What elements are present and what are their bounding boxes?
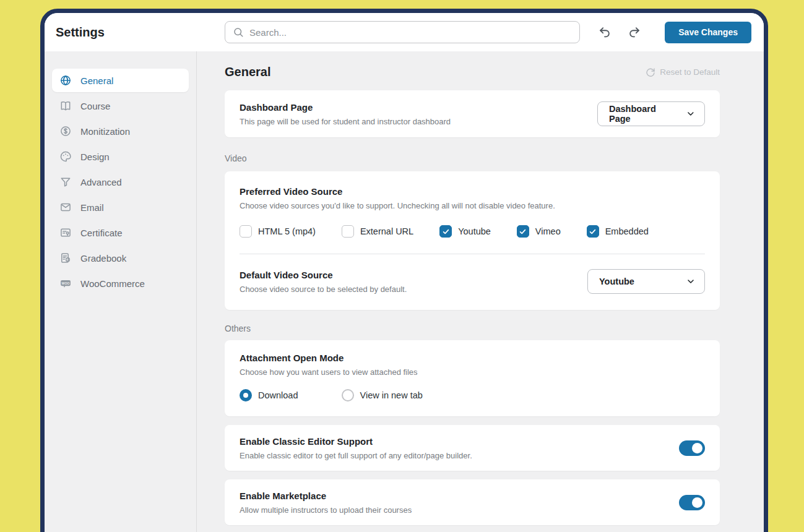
sidebar-item-label: Design <box>80 152 110 162</box>
field-title: Enable Marketplace <box>240 491 412 501</box>
field-description: Enable classic editor to get full suppor… <box>240 451 472 460</box>
dollar-icon <box>59 125 72 137</box>
redo-button[interactable] <box>628 25 641 39</box>
field-description: Choose how you want users to view attach… <box>240 367 705 377</box>
reset-to-default-label: Reset to Default <box>660 67 720 77</box>
book-icon <box>59 100 72 112</box>
dashboard-page-card: Dashboard Page This page will be used fo… <box>225 90 720 137</box>
select-value: Dashboard Page <box>609 104 678 124</box>
sidebar-item-label: Certificate <box>80 228 123 238</box>
classic-editor-toggle[interactable] <box>679 440 705 456</box>
check-icon <box>589 228 597 236</box>
certificate-icon <box>59 226 72 239</box>
section-label-video: Video <box>225 153 764 163</box>
header: Settings Save Changes <box>45 13 764 51</box>
sidebar-item-course[interactable]: Course <box>52 94 189 118</box>
radio-label: View in new tab <box>360 390 423 400</box>
select-value: Youtube <box>599 277 634 286</box>
chevron-down-icon <box>686 109 696 119</box>
save-changes-button[interactable]: Save Changes <box>665 22 751 43</box>
app-window: Settings Save Changes <box>40 9 768 532</box>
field-title: Enable Classic Editor Support <box>240 436 472 447</box>
card-divider <box>240 254 705 254</box>
field-description: Allow multiple instructors to upload the… <box>240 505 412 515</box>
sidebar-item-label: Course <box>80 101 110 111</box>
sidebar-item-label: Advanced <box>80 177 122 187</box>
undo-icon <box>598 25 612 39</box>
video-source-checkbox-group: HTML 5 (mp4) External URL Youtube <box>240 225 705 238</box>
sidebar-item-label: WooCommerce <box>80 278 145 289</box>
search-icon <box>233 27 244 38</box>
woo-icon: WOO <box>59 277 72 290</box>
default-video-source-select[interactable]: Youtube <box>587 269 705 294</box>
envelope-icon <box>59 201 72 213</box>
search-box[interactable] <box>225 21 580 43</box>
checkbox-box <box>240 225 252 238</box>
sidebar-item-monitization[interactable]: Monitization <box>52 119 189 143</box>
check-icon <box>519 228 527 236</box>
radio-download[interactable]: Download <box>240 389 298 401</box>
checkbox-external-url[interactable]: External URL <box>342 225 413 238</box>
checkbox-label: Embedded <box>605 226 649 236</box>
sidebar-item-label: Monitization <box>80 126 130 137</box>
sidebar-item-label: Gradebook <box>80 253 126 264</box>
checkbox-vimeo[interactable]: Vimeo <box>517 225 561 238</box>
sidebar-item-certificate[interactable]: Certificate <box>52 221 189 244</box>
gradebook-icon <box>59 252 72 264</box>
radio-dot <box>342 389 354 401</box>
checkbox-label: Vimeo <box>535 226 561 236</box>
field-title: Default Video Source <box>240 270 407 280</box>
field-title: Preferred Video Source <box>240 186 705 197</box>
sidebar-item-advanced[interactable]: Advanced <box>52 170 189 194</box>
checkbox-embedded[interactable]: Embedded <box>587 225 649 238</box>
attachment-mode-radio-group: Download View in new tab <box>240 389 705 401</box>
classic-editor-card: Enable Classic Editor Support Enable cla… <box>225 425 720 471</box>
app-title: Settings <box>56 25 225 40</box>
video-settings-card: Preferred Video Source Choose video sour… <box>225 171 720 310</box>
radio-label: Download <box>258 390 298 400</box>
search-input[interactable] <box>249 27 572 38</box>
field-title: Dashboard Page <box>240 102 451 113</box>
enable-marketplace-card: Enable Marketplace Allow multiple instru… <box>225 479 720 525</box>
sidebar-item-design[interactable]: Design <box>52 145 189 168</box>
checkbox-html5[interactable]: HTML 5 (mp4) <box>240 225 316 238</box>
sidebar-item-woocommerce[interactable]: WOO WooCommerce <box>52 272 189 295</box>
reset-to-default-button[interactable]: Reset to Default <box>646 67 720 77</box>
sidebar-item-general[interactable]: General <box>52 69 189 92</box>
sidebar-item-gradebook[interactable]: Gradebook <box>52 246 189 270</box>
field-description: This page will be used for student and i… <box>240 117 451 126</box>
field-description: Choose video sources you'd like to suppo… <box>240 201 705 210</box>
toggle-knob <box>692 443 702 453</box>
header-actions: Save Changes <box>598 22 751 43</box>
checkbox-box <box>342 225 354 238</box>
sidebar-item-label: Email <box>80 202 104 213</box>
chevron-down-icon <box>686 277 696 286</box>
redo-icon <box>628 25 641 39</box>
field-description: Choose video source to be selected by de… <box>240 285 407 294</box>
attachment-open-mode-card: Attachment Open Mode Choose how you want… <box>225 340 720 416</box>
sidebar-item-email[interactable]: Email <box>52 195 189 219</box>
rotate-cw-icon <box>646 67 655 77</box>
radio-view-in-new-tab[interactable]: View in new tab <box>342 389 423 401</box>
svg-text:WOO: WOO <box>62 281 70 285</box>
checkbox-youtube[interactable]: Youtube <box>439 225 491 238</box>
checkbox-box <box>587 225 599 238</box>
radio-dot <box>240 389 252 401</box>
checkbox-box <box>517 225 529 238</box>
globe-icon <box>59 74 72 87</box>
dashboard-page-select[interactable]: Dashboard Page <box>597 101 705 126</box>
marketplace-toggle[interactable] <box>679 495 705 510</box>
section-label-others: Others <box>225 324 764 333</box>
sidebar-item-label: General <box>80 75 113 86</box>
checkbox-label: HTML 5 (mp4) <box>258 226 316 236</box>
field-title: Attachment Open Mode <box>240 353 705 363</box>
funnel-icon <box>59 176 72 188</box>
page-title: General <box>225 65 270 79</box>
checkbox-label: Youtube <box>458 226 491 236</box>
settings-sidebar: General Course <box>45 51 197 532</box>
checkbox-label: External URL <box>360 226 413 236</box>
toggle-knob <box>692 497 702 508</box>
checkbox-box <box>439 225 452 238</box>
palette-icon <box>59 150 72 163</box>
undo-button[interactable] <box>598 25 612 39</box>
